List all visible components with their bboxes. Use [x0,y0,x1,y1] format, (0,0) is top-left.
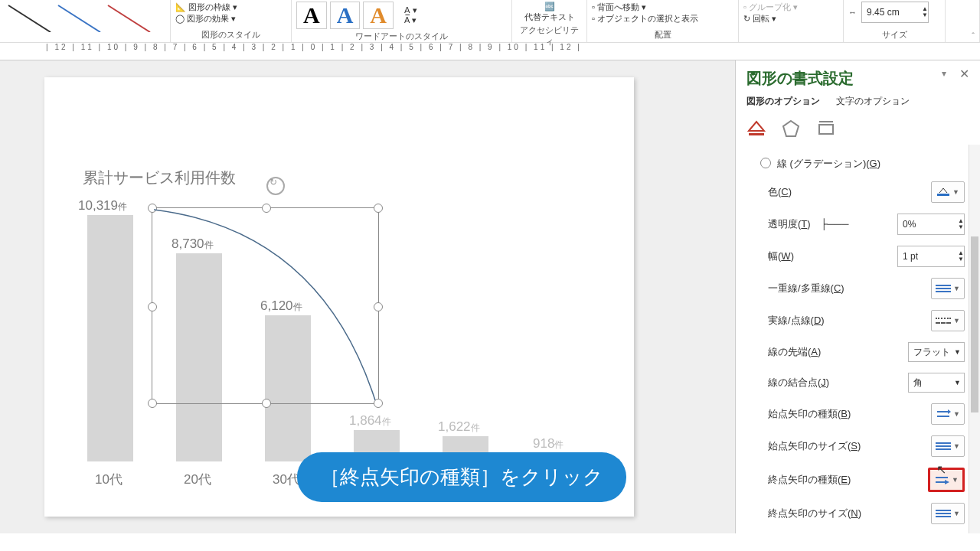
pane-scrollbar[interactable] [969,145,980,533]
slide-canvas[interactable]: 累計サービス利用件数 10,319件 8,730件 6,120件 1,864件 … [0,60,735,533]
ribbon-preset-area [0,0,171,42]
resize-handle[interactable] [148,399,157,408]
pane-close-icon[interactable]: ✕ [959,67,969,81]
wordart-preset-2[interactable]: A [330,2,361,29]
svg-marker-4 [783,121,799,136]
join-combo[interactable]: 角▼ [908,373,965,393]
compound-type-btn[interactable]: ▼ [931,278,965,299]
format-shape-pane: ✕ ▾ 図形の書式設定 図形のオプション 文字のオプション 線 (グラデーション… [735,60,980,533]
begin-arrow-size-btn[interactable]: ▼ [931,435,965,457]
tab-text-options[interactable]: 文字のオプション [836,96,910,106]
width-spinner[interactable]: 1 pt▲▼ [897,246,965,267]
pane-title: 図形の書式設定 [746,65,972,95]
wordart-preset-1[interactable]: A [296,2,327,29]
end-arrow-size-btn[interactable]: ▼ [931,503,965,524]
ribbon-group-rotate: ▫ グループ化 ▾ ↻ 回転 ▾ [739,0,844,42]
group-label-shape-style: 図形のスタイル [175,28,286,41]
resize-handle[interactable] [262,399,271,408]
fp-begin-type: 始点矢印の種類(B) ▼ [746,398,972,430]
size-props-icon[interactable] [816,119,836,139]
resize-handle[interactable] [374,399,383,408]
fp-transparency: 透明度(T) ├─── 0%▲▼ [746,208,972,240]
pane-menu-icon[interactable]: ▾ [942,68,946,79]
rotate-handle-icon[interactable] [266,177,285,195]
pane-category-icons [746,116,972,152]
svg-line-2 [108,5,150,32]
ribbon-shape-style-group: 📐 図形の枠線 ▾ ◯ 図形の効果 ▾ 図形のスタイル [171,0,292,42]
rotate-btn[interactable]: ↻ 回転 ▾ [743,13,838,24]
wordart-preset-3[interactable]: A [363,2,394,29]
ribbon-accessibility-group: 🔤代替テキスト アクセシビリティ [512,0,587,42]
radio-line-gradient[interactable]: 線 (グラデーション)(G) [746,152,972,176]
begin-arrow-type-btn[interactable]: ▼ [931,403,965,425]
fp-join: 線の結合点(J) 角▼ [746,367,972,398]
workspace: 累計サービス利用件数 10,319件 8,730件 6,120件 1,864件 … [0,60,980,533]
fp-end-size: 終点矢印のサイズ(N) ▼ [746,497,972,530]
alt-text-btn[interactable]: 🔤代替テキスト [517,2,582,23]
svg-rect-7 [937,194,949,196]
chart-title: 累計サービス利用件数 [83,168,236,188]
effects-icon[interactable] [781,119,801,139]
group-btn[interactable]: ▫ グループ化 ▾ [743,2,838,13]
svg-rect-5 [819,125,833,134]
svg-marker-13 [945,480,949,484]
svg-line-1 [58,5,100,32]
ribbon: 📐 図形の枠線 ▾ ◯ 図形の効果 ▾ 図形のスタイル A A A A̲ ▾A … [0,0,980,43]
tab-shape-options[interactable]: 図形のオプション [746,96,820,106]
x-label-2: 30代 [273,471,300,488]
fp-begin-size: 始点矢印のサイズ(S) ▼ [746,430,972,462]
scrollbar-thumb[interactable] [971,236,978,412]
send-backward-btn[interactable]: ▫ 背面へ移動 ▾ [592,2,733,13]
resize-handle[interactable] [148,302,157,311]
svg-rect-3 [749,133,764,135]
resize-handle[interactable] [374,204,383,213]
ribbon-wordart-group: A A A A̲ ▾A ▾ ワードアートのスタイル [292,0,512,42]
svg-marker-10 [948,409,951,414]
fp-compound: 一重線/多重線(C) ▼ [746,272,972,305]
transparency-spinner[interactable]: 0%▲▼ [897,214,965,235]
data-label-0: 10,319件 [78,198,127,214]
width-icon: ↔ [848,8,857,17]
fill-line-icon[interactable] [746,119,766,139]
fp-cap: 線の先端(A) フラット▼ [746,337,972,367]
group-label-wordart: ワードアートのスタイル [296,29,507,42]
resize-handle[interactable] [374,302,383,311]
fp-color: 色(C) ▼ [746,176,972,208]
resize-handle[interactable] [262,204,271,213]
slide: 累計サービス利用件数 10,319件 8,730件 6,120件 1,864件 … [44,77,634,517]
resize-handle[interactable] [148,204,157,213]
data-label-3: 1,864件 [349,413,391,429]
x-label-1: 20代 [184,471,211,488]
data-label-5: 918件 [533,436,564,452]
svg-line-0 [8,5,51,32]
x-label-0: 10代 [95,471,122,488]
data-label-4: 1,622件 [438,419,480,435]
shape-effects-btn[interactable]: ◯ 図形の効果 ▾ [175,13,286,24]
instruction-callout: ［終点矢印の種類］をクリック [297,452,626,502]
fp-dash: 実線/点線(D) ▼ [746,305,972,337]
dash-type-btn[interactable]: ▼ [931,310,965,331]
horizontal-ruler: | 12 | 11 | 10 | 9 | 8 | 7 | 6 | 5 | 4 |… [0,43,980,60]
cap-combo[interactable]: フラット▼ [908,342,965,362]
fp-width: 幅(W) 1 pt▲▼ [746,240,972,272]
ribbon-arrange-group: ▫ 背面へ移動 ▾ ▫ オブジェクトの選択と表示 配置 [587,0,739,42]
ribbon-size-group: ↔ 9.45 cm▲▼ サイズ [844,0,946,42]
group-label-size: サイズ [848,28,940,41]
ribbon-collapse[interactable]: ˆ [946,0,980,42]
bar-0 [87,215,133,461]
pane-tabs: 図形のオプション 文字のオプション [746,95,972,116]
selection-box[interactable] [152,207,379,404]
width-spinner[interactable]: 9.45 cm▲▼ [861,2,929,23]
shape-outline-btn[interactable]: 📐 図形の枠線 ▾ [175,2,286,13]
group-label-arrange: 配置 [592,28,733,41]
selection-pane-btn[interactable]: ▫ オブジェクトの選択と表示 [592,13,733,24]
end-arrow-type-btn[interactable]: ▼ [928,468,965,492]
color-picker-btn[interactable]: ▼ [931,181,965,203]
mouse-cursor-icon: ↖ [936,462,946,477]
